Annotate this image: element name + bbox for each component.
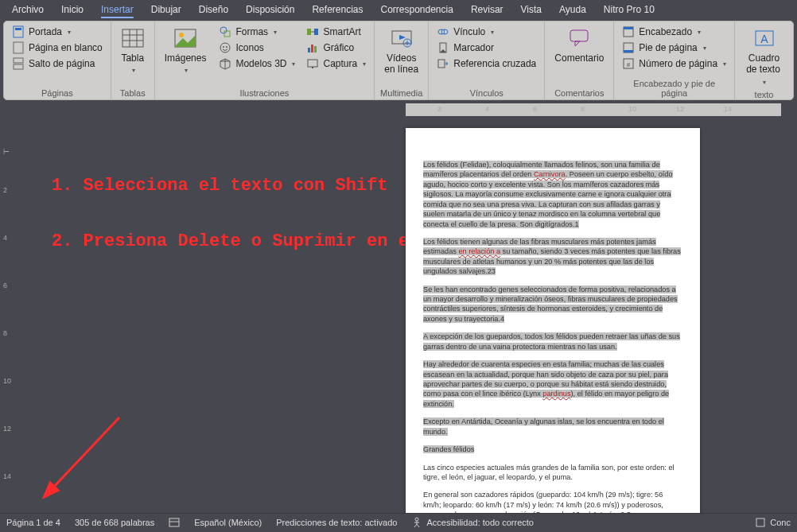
menu-correspondencia[interactable]: Correspondencia — [371, 1, 461, 18]
status-focus[interactable]: Conc — [755, 517, 791, 528]
captura-label: Captura — [323, 58, 357, 69]
salto-label: Salto de página — [29, 58, 95, 69]
svg-rect-38 — [570, 30, 588, 41]
group-vinculos: Vínculo ▾ Marcador Referencia cruzada Ví… — [429, 21, 545, 99]
menu-disposicion[interactable]: Disposición — [237, 1, 303, 18]
imagenes-button[interactable]: Imágenes ▾ — [160, 25, 212, 77]
menu-revisar[interactable]: Revisar — [462, 1, 512, 18]
focus-icon — [755, 517, 766, 528]
svg-rect-25 — [314, 46, 317, 52]
pagina-blanco-button[interactable]: Página en blanco — [9, 41, 106, 55]
salto-pagina-button[interactable]: Salto de página — [9, 56, 106, 71]
group-header-label: Encabezado y pie de página — [619, 77, 729, 98]
formas-label: Formas — [235, 26, 268, 37]
formas-button[interactable]: Formas ▾ — [216, 25, 298, 39]
numero-pagina-button[interactable]: # Número de página ▾ — [619, 56, 729, 71]
group-tablas: Tabla ▾ Tablas — [111, 21, 155, 99]
marcador-button[interactable]: Marcador — [433, 41, 539, 55]
svg-marker-29 — [399, 35, 406, 40]
pie-button[interactable]: Pie de página ▾ — [619, 41, 729, 55]
menu-bar: Archivo Inicio Insertar Dibujar Diseño D… — [0, 0, 797, 19]
encabezado-button[interactable]: Encabezado ▾ — [619, 25, 729, 39]
group-paginas: Portada ▾ Página en blanco Salto de pági… — [4, 21, 111, 99]
group-comentarios: Comentario Comentarios — [545, 21, 614, 99]
group-vinculos-label: Vínculos — [433, 87, 539, 98]
vinculo-label: Vínculo — [453, 26, 485, 37]
svg-rect-27 — [312, 67, 313, 68]
svg-rect-13 — [224, 31, 230, 37]
ribbon: Portada ▾ Página en blanco Salto de pági… — [3, 21, 794, 100]
chevron-down-icon: ▾ — [185, 67, 188, 74]
status-language[interactable]: Español (México) — [194, 518, 262, 527]
comentario-button[interactable]: Comentario — [550, 25, 608, 65]
chevron-down-icon: ▾ — [698, 29, 701, 36]
videos-button[interactable]: Vídeos en línea — [379, 25, 423, 77]
document-canvas[interactable]: 1. Selecciona el texto con Shift 2. Pres… — [16, 116, 797, 513]
grafico-label: Gráfico — [323, 42, 354, 53]
header-icon — [622, 25, 635, 38]
portada-button[interactable]: Portada ▾ — [9, 25, 106, 39]
pie-label: Pie de página — [639, 42, 697, 53]
imagenes-label: Imágenes — [165, 52, 207, 64]
referencia-cruzada-button[interactable]: Referencia cruzada — [433, 56, 539, 71]
accessibility-icon — [411, 517, 422, 528]
group-ilustraciones: Imágenes ▾ Formas ▾ Iconos Modelos 3D ▾ — [155, 21, 375, 99]
status-spellcheck[interactable] — [169, 517, 180, 528]
status-predictions[interactable]: Predicciones de texto: activado — [276, 518, 397, 527]
status-accessibility[interactable]: Accesibilidad: todo correcto — [411, 517, 534, 528]
svg-rect-49 — [169, 518, 179, 526]
chevron-down-icon: ▾ — [68, 29, 71, 36]
menu-nitro[interactable]: Nitro Pro 10 — [595, 1, 663, 18]
svg-rect-37 — [438, 60, 445, 68]
tabla-button[interactable]: Tabla ▾ — [116, 25, 150, 77]
cuadro-texto-button[interactable]: A Cuadro de texto ▾ — [740, 25, 788, 88]
online-video-icon — [390, 26, 414, 50]
svg-rect-24 — [311, 45, 313, 52]
icons-icon — [219, 41, 231, 54]
svg-point-11 — [179, 33, 184, 37]
chart-icon — [306, 41, 319, 54]
menu-ayuda[interactable]: Ayuda — [550, 1, 595, 18]
table-icon — [121, 26, 145, 50]
iconos-label: Iconos — [235, 42, 263, 53]
vertical-ruler[interactable]: ⊢ 2 4 6 8 10 12 14 — [0, 116, 16, 513]
group-header-footer: Encabezado ▾ Pie de página ▾ # Número de… — [614, 21, 735, 99]
svg-point-14 — [220, 43, 230, 52]
menu-referencias[interactable]: Referencias — [303, 1, 371, 18]
svg-rect-52 — [756, 518, 764, 526]
menu-diseno[interactable]: Diseño — [190, 1, 237, 18]
horizontal-ruler[interactable]: 2 4 6 8 10 12 14 — [16, 103, 797, 116]
svg-rect-3 — [14, 58, 23, 63]
status-bar: Página 1 de 4 305 de 668 palabras Españo… — [0, 513, 797, 530]
pagina-blanco-label: Página en blanco — [29, 42, 103, 53]
chevron-down-icon: ▾ — [703, 45, 706, 52]
modelos3d-button[interactable]: Modelos 3D ▾ — [216, 56, 298, 71]
svg-rect-23 — [308, 48, 310, 52]
chevron-down-icon: ▾ — [723, 60, 726, 68]
svg-text:#: # — [627, 61, 631, 68]
chevron-down-icon: ▾ — [363, 60, 366, 68]
menu-insertar[interactable]: Insertar — [92, 1, 142, 18]
chevron-down-icon: ▾ — [763, 79, 766, 86]
status-page[interactable]: Página 1 de 4 — [6, 518, 60, 527]
svg-rect-4 — [14, 64, 23, 69]
svg-rect-2 — [14, 42, 23, 53]
svg-rect-1 — [15, 28, 21, 30]
grafico-button[interactable]: Gráfico — [303, 41, 369, 55]
captura-button[interactable]: Captura ▾ — [303, 56, 369, 71]
svg-rect-41 — [624, 27, 633, 29]
menu-inicio[interactable]: Inicio — [52, 1, 92, 18]
page-break-icon — [12, 57, 25, 70]
vinculo-button[interactable]: Vínculo ▾ — [433, 25, 539, 39]
iconos-button[interactable]: Iconos — [216, 41, 298, 55]
document-page[interactable]: Los félidos (Felidae), coloquialmente ll… — [406, 128, 700, 513]
bookmark-icon — [437, 41, 449, 54]
videos-label: Vídeos en línea — [384, 52, 418, 76]
smartart-button[interactable]: SmartArt — [303, 25, 369, 39]
status-words[interactable]: 305 de 668 palabras — [75, 518, 154, 527]
3d-models-icon — [219, 57, 231, 70]
shapes-icon — [219, 25, 231, 38]
menu-vista[interactable]: Vista — [512, 1, 550, 18]
menu-archivo[interactable]: Archivo — [3, 1, 52, 18]
menu-dibujar[interactable]: Dibujar — [142, 1, 190, 18]
